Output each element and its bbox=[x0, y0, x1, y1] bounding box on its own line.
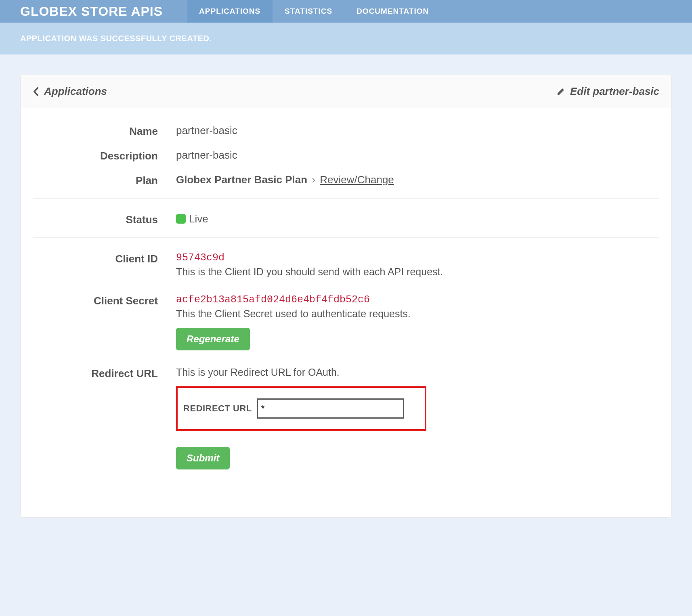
redirect-url-input[interactable] bbox=[257, 398, 404, 419]
chevron-left-icon bbox=[33, 87, 39, 96]
name-value: partner-basic bbox=[176, 124, 659, 137]
description-label: Description bbox=[33, 149, 176, 162]
status-label: Status bbox=[33, 213, 176, 226]
redirect-url-highlight: REDIRECT URL bbox=[176, 386, 426, 431]
divider bbox=[33, 237, 659, 238]
plan-value: Globex Partner Basic Plan bbox=[176, 174, 307, 186]
pencil-icon bbox=[556, 87, 565, 96]
redirect-url-hint: This is your Redirect URL for OAuth. bbox=[176, 367, 659, 378]
flash-message: APPLICATION WAS SUCCESSFULLY CREATED. bbox=[0, 23, 692, 54]
application-panel: Applications Edit partner-basic Name par… bbox=[20, 75, 672, 518]
status-value: Live bbox=[189, 213, 208, 225]
redirect-url-input-label: REDIRECT URL bbox=[183, 403, 252, 414]
plan-separator: › bbox=[312, 174, 315, 186]
redirect-url-label: Redirect URL bbox=[33, 367, 176, 380]
client-secret-value: acfe2b13a815afd024d6e4bf4fdb52c6 bbox=[176, 294, 659, 306]
client-secret-label: Client Secret bbox=[33, 294, 176, 307]
regenerate-button[interactable]: Regenerate bbox=[176, 328, 250, 350]
plan-label: Plan bbox=[33, 174, 176, 187]
client-secret-hint: This the Client Secret used to authentic… bbox=[176, 308, 659, 320]
nav-tabs: APPLICATIONS STATISTICS DOCUMENTATION bbox=[187, 0, 441, 23]
edit-link-label: Edit partner-basic bbox=[570, 85, 659, 98]
back-to-applications-link[interactable]: Applications bbox=[33, 85, 107, 98]
client-id-hint: This is the Client ID you should send wi… bbox=[176, 266, 659, 278]
submit-button[interactable]: Submit bbox=[176, 447, 230, 469]
tab-applications[interactable]: APPLICATIONS bbox=[187, 0, 273, 23]
status-indicator-icon bbox=[176, 214, 186, 224]
top-nav: GLOBEX STORE APIS APPLICATIONS STATISTIC… bbox=[0, 0, 692, 23]
tab-statistics[interactable]: STATISTICS bbox=[273, 0, 344, 23]
description-value: partner-basic bbox=[176, 149, 659, 161]
brand-title: GLOBEX STORE APIS bbox=[20, 4, 163, 19]
client-id-label: Client ID bbox=[33, 252, 176, 265]
tab-documentation[interactable]: DOCUMENTATION bbox=[344, 0, 441, 23]
divider bbox=[33, 198, 659, 199]
name-label: Name bbox=[33, 124, 176, 138]
plan-review-change-link[interactable]: Review/Change bbox=[320, 174, 394, 186]
edit-application-link[interactable]: Edit partner-basic bbox=[556, 85, 659, 98]
back-link-label: Applications bbox=[44, 85, 107, 98]
client-id-value: 95743c9d bbox=[176, 252, 659, 264]
